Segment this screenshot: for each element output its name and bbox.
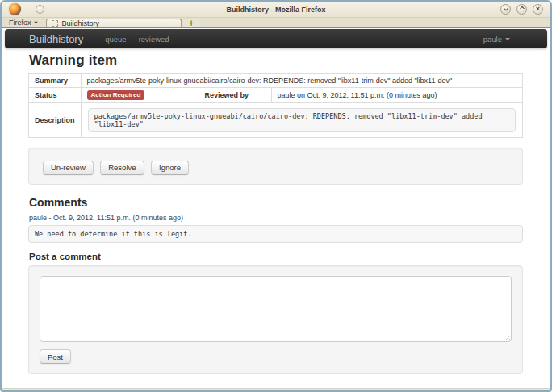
post-comment-heading: Post a comment (29, 252, 523, 261)
new-tab-button[interactable]: + (183, 19, 200, 27)
reviewed-by-value: paule on Oct. 9, 2012, 11:51 p.m. (0 min… (271, 88, 522, 103)
page-title: Warning item (29, 52, 523, 69)
chevron-down-icon (34, 19, 37, 23)
tab-strip: Firefox Buildhistory + (2, 18, 550, 28)
nav-link-reviewed[interactable]: reviewed (139, 35, 169, 44)
window-titlebar: Buildhistory - Mozilla Firefox × (2, 2, 550, 18)
tab-favicon-placeholder-icon (52, 20, 58, 27)
resolve-button[interactable]: Resolve (100, 161, 144, 175)
firefox-menu-button[interactable]: Firefox (2, 18, 44, 27)
app-navbar: Buildhistory queue reviewed paule (5, 29, 547, 48)
page-container: Warning item Summary packages/armv5te-po… (2, 52, 550, 374)
post-comment-well: Post (28, 265, 523, 375)
status-cell: Action Required (81, 88, 199, 103)
tab-title: Buildhistory (62, 19, 100, 27)
navbar-brand[interactable]: Buildhistory (29, 33, 83, 45)
summary-value: packages/armv5te-poky-linux-gnueabi/cair… (81, 74, 522, 88)
minimize-button[interactable] (500, 4, 511, 15)
firefox-menu-label: Firefox (9, 19, 31, 27)
comment-body: We need to determine if this is legit. (28, 225, 523, 243)
user-menu[interactable]: paule (483, 35, 510, 44)
window-title: Buildhistory - Mozilla Firefox (2, 6, 550, 14)
comment-meta: paule - Oct. 9, 2012, 11:51 p.m. (0 minu… (29, 214, 523, 222)
close-button[interactable]: × (533, 4, 543, 15)
table-row-status: Status Action Required Reviewed by paule… (29, 88, 523, 103)
warning-details-table: Summary packages/armv5te-poky-linux-gnue… (28, 73, 523, 138)
comment-textarea[interactable] (40, 276, 512, 342)
description-code: packages/armv5te-poky-linux-gnueabi/cair… (88, 108, 516, 132)
firefox-window: Buildhistory - Mozilla Firefox × Firefox… (0, 0, 552, 392)
user-menu-label: paule (483, 35, 502, 44)
table-row-summary: Summary packages/armv5te-poky-linux-gnue… (29, 74, 523, 88)
maximize-button[interactable] (516, 4, 527, 15)
status-label: Status (29, 88, 82, 103)
ignore-button[interactable]: Ignore (151, 161, 189, 175)
window-controls: × (500, 4, 543, 15)
post-button[interactable]: Post (40, 349, 71, 364)
chevron-down-icon (504, 6, 508, 10)
chevron-up-icon (520, 6, 525, 10)
description-label: Description (29, 103, 82, 138)
summary-label: Summary (29, 74, 82, 88)
tab-buildhistory[interactable]: Buildhistory (46, 19, 182, 27)
actions-well: Un-review Resolve Ignore (28, 148, 523, 185)
window-bottom-strip (2, 388, 550, 390)
reviewed-by-label: Reviewed by (199, 88, 271, 103)
un-review-button[interactable]: Un-review (43, 161, 94, 175)
browser-viewport: Buildhistory queue reviewed paule Warnin… (2, 28, 550, 388)
status-badge: Action Required (87, 90, 145, 100)
table-row-description: Description packages/armv5te-poky-linux-… (29, 103, 523, 138)
description-cell: packages/armv5te-poky-linux-gnueabi/cair… (81, 103, 522, 138)
textarea-wrapper (40, 276, 512, 342)
comments-heading: Comments (29, 196, 523, 209)
nav-link-queue[interactable]: queue (105, 35, 126, 44)
footer-divider (2, 373, 550, 373)
caret-down-icon (505, 38, 510, 40)
